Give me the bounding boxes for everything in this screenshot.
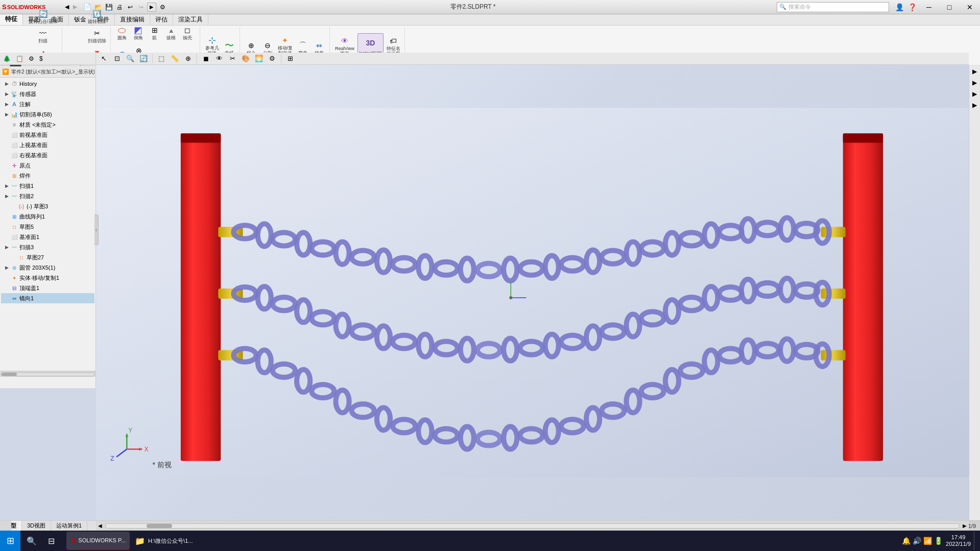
tree-cutlist[interactable]: ▶ 📊 切割清单(58) — [1, 109, 94, 119]
right-bar-icon-1[interactable]: ▶ — [970, 67, 979, 76]
svg-rect-2 — [181, 133, 221, 142]
start-button[interactable]: ⊞ — [0, 531, 20, 551]
tab-motion[interactable]: 运动算例1 — [51, 521, 87, 531]
cap-icon: ⊟ — [10, 284, 18, 292]
viewport-tool[interactable]: ⊞ — [284, 53, 296, 64]
scroll-track-h — [105, 523, 960, 529]
tree-sweep3[interactable]: ▶ 〰 扫描3 — [1, 242, 94, 252]
measure-tool[interactable]: 📏 — [169, 53, 180, 64]
rib-icon[interactable]: ⊞ 筋 — [148, 23, 162, 42]
search-taskbar-icon[interactable]: 🔍 — [22, 532, 41, 550]
draft-icon[interactable]: ⟁ 拔模 — [164, 23, 178, 42]
swept-cut-icon[interactable]: ✂ 扫描切除 — [87, 27, 107, 45]
tab-3dview[interactable]: 3D视图 — [22, 521, 51, 531]
tree-weldment[interactable]: ⊞ 焊件 — [1, 171, 94, 181]
sensor-icon: 📡 — [10, 90, 18, 98]
view-settings-tool[interactable]: ⚙ — [267, 53, 278, 64]
right-bar-icon-4[interactable]: ▶ — [970, 101, 979, 110]
fillet-icon[interactable]: ⬭ 圆角 — [115, 23, 129, 42]
right-bar-icon-3[interactable]: ▶ — [970, 89, 979, 99]
select-tool[interactable]: ⬚ — [156, 53, 167, 64]
tree-mirror1[interactable]: ⇔ 镜向1 — [1, 293, 94, 303]
tree-sweep2[interactable]: ▶ 〰 扫描2 — [1, 191, 94, 201]
property-manager-tab[interactable]: 📋 — [14, 54, 26, 63]
sweep-icon[interactable]: 〰 扫描 — [28, 27, 59, 45]
svg-rect-10 — [821, 350, 845, 361]
close-button[interactable]: ✕ — [960, 0, 980, 14]
tree-right-plane[interactable]: ⬜ 右视基准面 — [1, 150, 94, 160]
explorer-taskbar-app[interactable]: 📁 H:\微信公众号\1... — [131, 532, 197, 550]
undo-icon[interactable]: ↩ — [126, 3, 135, 12]
costing-manager-tab[interactable]: $ — [37, 54, 45, 63]
solidworks-taskbar-app[interactable]: S SOLIDWORKS P... — [66, 532, 130, 550]
rebuild-icon[interactable]: ▶ — [147, 3, 156, 12]
display-style-tool[interactable]: ◼ — [200, 53, 211, 64]
tree-history[interactable]: ▶ ⏱ History — [1, 79, 94, 89]
sketch-icon: (-) — [17, 202, 26, 210]
scroll-thumb[interactable] — [2, 373, 17, 376]
rotate-tool[interactable]: 🔄 — [138, 53, 149, 64]
scene-tool[interactable]: 🌅 — [253, 53, 265, 64]
feature-manager-tab[interactable]: 🌲 — [1, 54, 13, 63]
config-manager-tab[interactable]: ⚙ — [27, 54, 36, 63]
tree-sensor[interactable]: ▶ 📡 传感器 — [1, 89, 94, 99]
window-controls: ─ □ ✕ — [919, 0, 980, 14]
tree-top-plane[interactable]: ⬜ 上视基准面 — [1, 140, 94, 150]
tree-origin[interactable]: ✛ 原点 — [1, 160, 94, 171]
scroll-left-btn[interactable]: ◀ — [96, 522, 104, 530]
plane-icon: ⬜ — [10, 151, 18, 159]
user-icon[interactable]: 👤 — [893, 3, 906, 11]
zoom-tool[interactable]: 🔍 — [125, 53, 136, 64]
tree-pipe[interactable]: ▶ ⊚ 圆管 203X5(1) — [1, 262, 94, 273]
scroll-thumb-h[interactable] — [147, 524, 172, 528]
tree-front-plane[interactable]: ⬜ 前视基准面 — [1, 130, 94, 140]
chamfer-icon[interactable]: ◩ 倒角 — [131, 23, 146, 42]
tree-material[interactable]: ≡ 材质 <未指定> — [1, 119, 94, 130]
section-view-tool[interactable]: ✂ — [227, 53, 238, 64]
tray-icons[interactable]: 🔔 🔊 📶 🔋 — [902, 537, 943, 545]
zoom-fit-tool[interactable]: ⊡ — [111, 53, 123, 64]
tree-sketch27[interactable]: □ 草图27 — [1, 252, 94, 262]
tree-panel: ▶ ⏱ History ▶ 📡 传感器 ▶ A 注解 ▶ 📊 切割清单(58) … — [0, 78, 95, 385]
shell-icon[interactable]: ◻ 抽壳 — [180, 23, 195, 42]
scroll-right-btn[interactable]: ▶ — [961, 522, 969, 530]
origin-icon: ✛ — [10, 161, 18, 170]
sketch-icon: □ — [17, 253, 26, 261]
taskview-icon[interactable]: ⊟ — [42, 532, 60, 550]
history-icon: ⏱ — [10, 80, 18, 88]
tree-move-copy[interactable]: ✦ 实体·移动/复制1 — [1, 273, 94, 283]
tree-sketch3[interactable]: (-) (-) 草图3 — [1, 201, 94, 211]
sweep-icon: 〰 — [10, 243, 18, 251]
view-label-text: * 前视 — [153, 461, 172, 469]
cursor-tool[interactable]: ↖ — [98, 53, 109, 64]
filter-icon[interactable]: 🔽 — [1, 67, 10, 77]
tree-annotation[interactable]: ▶ A 注解 — [1, 99, 94, 109]
revolve-cut-icon[interactable]: 🔃 旋转切除 — [87, 7, 107, 26]
bottom-tabs: 模型 3D视图 运动算例1 — [0, 520, 96, 531]
hide-show-tool[interactable]: 👁 — [213, 53, 225, 64]
left-panel-scrollbar[interactable] — [0, 371, 96, 377]
svg-rect-8 — [821, 227, 845, 237]
svg-rect-4 — [843, 133, 883, 142]
maximize-button[interactable]: □ — [939, 0, 960, 14]
redo-icon[interactable]: ↪ — [136, 3, 146, 12]
help-icon[interactable]: ❓ — [906, 3, 919, 11]
sweep-icon: 〰 — [10, 192, 18, 200]
panel-collapse-handle[interactable]: ‹ — [94, 214, 99, 245]
horizontal-scrollbar[interactable]: ◀ ▶ — [96, 520, 969, 531]
right-bar-icon-2[interactable]: ▶ — [970, 78, 979, 87]
tree-sweep1[interactable]: ▶ 〰 扫描1 — [1, 181, 94, 191]
tree-sketch5[interactable]: □ 草图5 — [1, 222, 94, 232]
tree-curve-pattern[interactable]: ⊞ 曲线阵列1 — [1, 211, 94, 222]
minimize-button[interactable]: ─ — [919, 0, 939, 14]
print-icon[interactable]: 🖨 — [115, 3, 124, 12]
search-box[interactable]: 🔍 搜索命令 — [777, 2, 889, 12]
reference-tool[interactable]: ⊕ — [182, 53, 194, 64]
show-desktop-btn[interactable] — [974, 532, 976, 550]
tree-plane1[interactable]: ⬜ 基准面1 — [1, 232, 94, 242]
tree-end-cap[interactable]: ⊟ 顶端盖1 — [1, 283, 94, 293]
options-icon[interactable]: ⚙ — [158, 3, 167, 12]
main-viewport[interactable]: X Y Z * 前视 — [96, 65, 969, 520]
revolve-boss-icon[interactable]: 🔄 旋转凸台/基体 — [28, 7, 59, 26]
appearance-tool[interactable]: 🎨 — [240, 53, 251, 64]
